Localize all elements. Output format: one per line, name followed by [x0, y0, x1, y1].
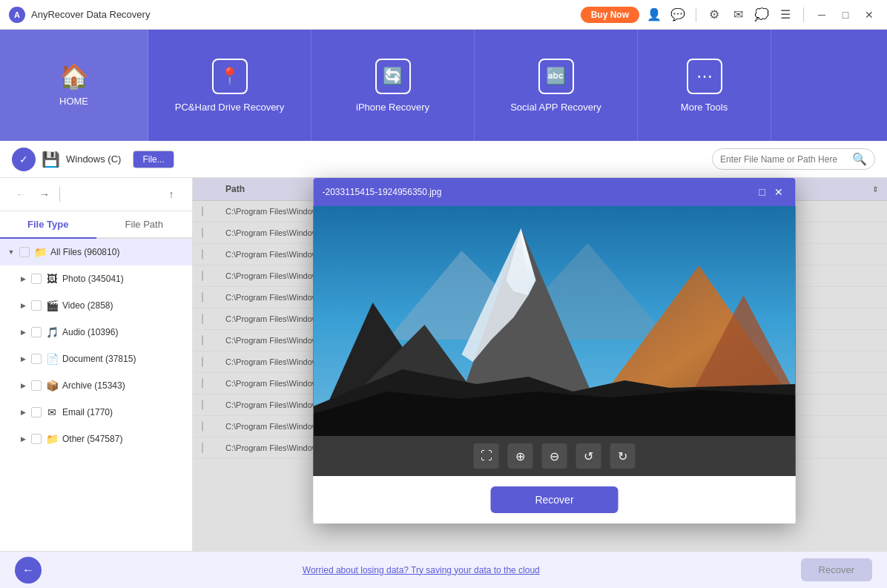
- modal-recover-row: Recover: [314, 476, 796, 523]
- maximize-button[interactable]: □: [837, 6, 854, 24]
- expand-icon-audio: ▶: [18, 327, 28, 337]
- check-icon: ✓: [12, 148, 36, 171]
- svg-marker-11: [314, 390, 796, 436]
- modal-content: ⛶ ⊕ ⊖ ↺ ↻: [314, 206, 796, 476]
- tree-email[interactable]: ▶ ✉ Email (1770): [0, 399, 192, 426]
- modal-recover-button[interactable]: Recover: [490, 486, 618, 513]
- cb-other[interactable]: [31, 434, 42, 444]
- preview-modal: -2033115415-1924956350.jpg □ ✕: [314, 178, 796, 523]
- pc-label: PC&Hard Drive Recovery: [175, 102, 284, 113]
- iphone-label: iPhone Recovery: [356, 102, 429, 113]
- archive-label: Archive (15343): [62, 380, 125, 391]
- email-label: Email (1770): [62, 407, 113, 417]
- home-label: HOME: [59, 96, 88, 107]
- document-icon: 📄: [44, 351, 59, 366]
- audio-label: Audio (10396): [62, 327, 118, 337]
- search-input[interactable]: [720, 154, 848, 165]
- tree-all-files[interactable]: ▼ 📁 All Files (960810): [0, 239, 192, 265]
- tree-audio[interactable]: ▶ 🎵 Audio (10396): [0, 319, 192, 346]
- win-separator: [803, 7, 804, 22]
- expand-icon-photo: ▶: [18, 274, 28, 284]
- logo-letter: A: [14, 10, 20, 19]
- settings-icon[interactable]: ⚙: [705, 6, 723, 24]
- other-icon: 📁: [44, 432, 59, 446]
- sidebar-tabs: File Type File Path: [0, 211, 192, 239]
- photo-icon: 🖼: [44, 271, 59, 286]
- title-bar: A AnyRecover Data Recovery Buy Now 👤 💬 ⚙…: [0, 0, 887, 30]
- user-icon[interactable]: 👤: [645, 6, 663, 24]
- search-icon[interactable]: 🔍: [852, 152, 867, 166]
- zoom-out-button[interactable]: ⊖: [542, 443, 567, 469]
- forward-button[interactable]: →: [36, 185, 53, 203]
- discord-icon[interactable]: 💬: [669, 6, 687, 24]
- app-title: AnyRecover Data Recovery: [31, 9, 581, 20]
- back-button[interactable]: ←: [12, 185, 30, 203]
- expand-icon-all: ▼: [6, 247, 16, 257]
- more-icon: ⋯: [687, 59, 722, 94]
- app-logo: A: [9, 7, 25, 23]
- cb-doc[interactable]: [31, 354, 42, 364]
- document-label: Document (37815): [62, 354, 136, 364]
- nav-social[interactable]: 🔤 Social APP Recovery: [475, 30, 638, 141]
- chat-icon[interactable]: 💭: [753, 6, 771, 24]
- cb-video[interactable]: [31, 300, 42, 311]
- email-icon: ✉: [44, 405, 59, 420]
- tab-file-path[interactable]: File Path: [96, 211, 193, 237]
- back-circle-button[interactable]: ←: [15, 557, 42, 584]
- buy-now-button[interactable]: Buy Now: [581, 7, 639, 23]
- pc-icon: 📍: [212, 59, 248, 94]
- tree-other[interactable]: ▶ 📁 Other (547587): [0, 426, 192, 452]
- video-icon: 🎬: [44, 298, 59, 313]
- other-label: Other (547587): [62, 434, 122, 444]
- expand-icon-archive: ▶: [18, 380, 28, 391]
- main-layout: ← → ↑ File Type File Path ▼ 📁 All Files …: [0, 178, 887, 551]
- nav-bar: 🏠 HOME 📍 PC&Hard Drive Recovery 🔄 iPhone…: [0, 30, 887, 141]
- preview-image: [314, 206, 796, 436]
- folder-icon-all: 📁: [33, 245, 47, 260]
- all-files-label: All Files (960810): [50, 247, 119, 257]
- menu-icon[interactable]: ☰: [776, 6, 794, 24]
- audio-icon: 🎵: [44, 325, 59, 340]
- nav-divider: [59, 187, 60, 202]
- fullscreen-button[interactable]: ⛶: [474, 443, 499, 469]
- file-tree: ▼ 📁 All Files (960810) ▶ 🖼 Photo (345041…: [0, 239, 192, 551]
- cb-all[interactable]: [19, 247, 30, 257]
- zoom-in-button[interactable]: ⊕: [508, 443, 533, 469]
- recover-button-bottom: Recover: [801, 558, 872, 581]
- cb-audio[interactable]: [31, 327, 42, 337]
- cb-photo[interactable]: [31, 274, 42, 284]
- modal-close-button[interactable]: ✕: [771, 184, 787, 200]
- sidebar-nav-row: ← → ↑: [0, 178, 192, 211]
- up-button[interactable]: ↑: [162, 185, 180, 203]
- bottom-bar: ← Worried about losing data? Try saving …: [0, 551, 887, 588]
- close-button[interactable]: ✕: [860, 6, 878, 24]
- nav-more[interactable]: ⋯ More Tools: [638, 30, 771, 141]
- modal-overlay: -2033115415-1924956350.jpg □ ✕: [193, 178, 887, 551]
- rotate-left-button[interactable]: ↺: [576, 443, 601, 469]
- search-box: 🔍: [712, 148, 875, 170]
- modal-titlebar: -2033115415-1924956350.jpg □ ✕: [314, 178, 796, 206]
- modal-maximize-button[interactable]: □: [754, 184, 771, 200]
- rotate-right-button[interactable]: ↻: [610, 443, 636, 469]
- iphone-icon: 🔄: [375, 59, 411, 94]
- modal-title: -2033115415-1924956350.jpg: [323, 187, 754, 197]
- nav-pc[interactable]: 📍 PC&Hard Drive Recovery: [148, 30, 311, 141]
- tree-photo[interactable]: ▶ 🖼 Photo (345041): [0, 265, 192, 292]
- tree-video[interactable]: ▶ 🎬 Video (2858): [0, 292, 192, 319]
- social-label: Social APP Recovery: [510, 102, 601, 113]
- mountain-svg: [314, 206, 796, 436]
- nav-home[interactable]: 🏠 HOME: [0, 30, 148, 141]
- mail-icon[interactable]: ✉: [729, 6, 747, 24]
- video-label: Video (2858): [62, 300, 113, 311]
- home-icon: 🏠: [59, 65, 89, 88]
- filter-tabs: File...: [133, 151, 174, 168]
- cb-email[interactable]: [31, 407, 42, 417]
- tab-file-type[interactable]: File Type: [0, 211, 96, 237]
- minimize-button[interactable]: ─: [813, 6, 831, 24]
- cloud-link[interactable]: Worried about losing data? Try saving yo…: [53, 565, 789, 575]
- cb-archive[interactable]: [31, 380, 42, 391]
- nav-iphone[interactable]: 🔄 iPhone Recovery: [311, 30, 475, 141]
- filter-tab-files[interactable]: File...: [133, 151, 173, 168]
- tree-archive[interactable]: ▶ 📦 Archive (15343): [0, 372, 192, 399]
- tree-document[interactable]: ▶ 📄 Document (37815): [0, 346, 192, 372]
